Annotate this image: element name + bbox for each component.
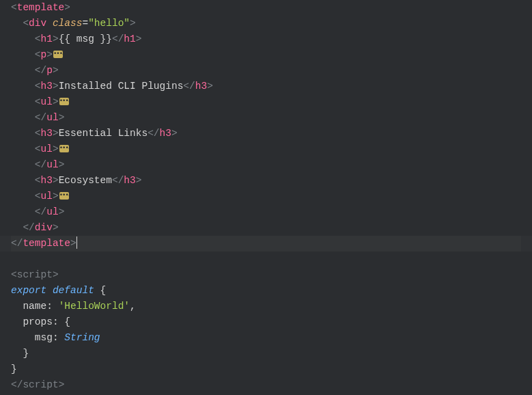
- code-line[interactable]: <h3>Essential Links</h3>: [11, 126, 521, 141]
- code-line[interactable]: </ul>: [11, 110, 521, 126]
- code-line[interactable]: <ul>•••: [11, 141, 521, 157]
- code-line[interactable]: <ul>•••: [11, 94, 521, 110]
- code-line[interactable]: msg: String: [11, 330, 521, 346]
- code-line[interactable]: }: [11, 362, 521, 377]
- code-line[interactable]: <h3>Installed CLI Plugins</h3>: [11, 79, 521, 94]
- code-line[interactable]: </div>: [11, 220, 521, 236]
- fold-marker[interactable]: •••: [59, 145, 69, 152]
- code-line[interactable]: </ul>: [11, 157, 521, 173]
- code-line[interactable]: </p>: [11, 63, 521, 79]
- fold-marker[interactable]: •••: [59, 192, 69, 200]
- fold-marker[interactable]: •••: [59, 98, 69, 105]
- code-line[interactable]: props: {: [11, 314, 521, 330]
- code-line[interactable]: }: [11, 346, 521, 362]
- text-cursor: [76, 236, 78, 249]
- code-line[interactable]: <ul>•••: [11, 189, 521, 204]
- code-line[interactable]: name: 'HelloWorld',: [11, 299, 521, 314]
- code-line[interactable]: <template>: [11, 0, 521, 16]
- code-line[interactable]: <h1>{{ msg }}</h1>: [11, 31, 521, 47]
- code-line[interactable]: </script>: [11, 377, 521, 393]
- code-line[interactable]: <p>•••: [11, 47, 521, 63]
- code-line[interactable]: <script>: [11, 267, 521, 283]
- code-line[interactable]: </ul>: [11, 204, 521, 220]
- code-line[interactable]: <div class="hello">: [11, 16, 521, 31]
- code-line[interactable]: </template>: [11, 236, 521, 251]
- code-line[interactable]: <h3>Ecosystem</h3>: [11, 173, 521, 189]
- fold-marker[interactable]: •••: [53, 51, 63, 58]
- code-editor[interactable]: <template> <div class="hello"> <h1>{{ ms…: [11, 0, 521, 393]
- code-line[interactable]: export default {: [11, 283, 521, 299]
- code-line[interactable]: [11, 251, 521, 267]
